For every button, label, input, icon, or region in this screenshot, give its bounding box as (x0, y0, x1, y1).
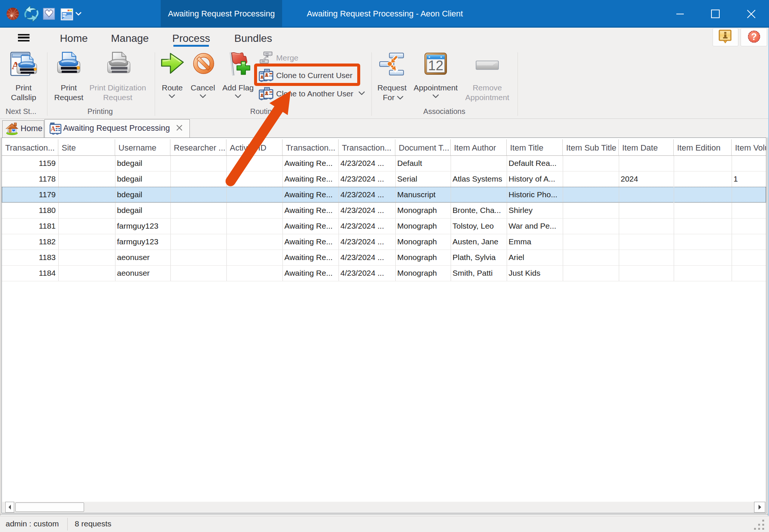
svg-text:?: ? (751, 31, 757, 42)
svg-text:12: 12 (428, 58, 443, 73)
svg-text:A: A (51, 125, 56, 133)
